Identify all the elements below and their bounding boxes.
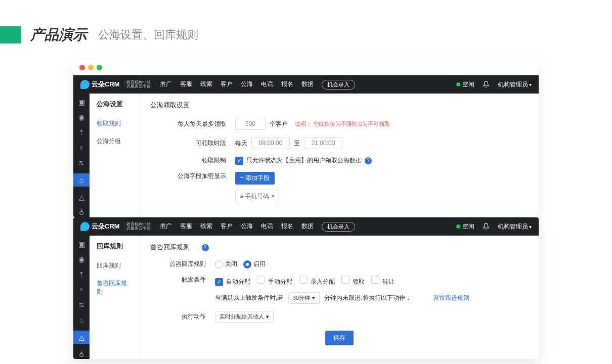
cb-manual[interactable] — [257, 276, 265, 284]
user-menu[interactable]: 机构管理员▾ — [498, 222, 532, 231]
unit-clients: 个客户 — [270, 120, 288, 128]
save-button[interactable]: 保存 — [325, 331, 354, 345]
mac-max-icon[interactable] — [97, 65, 102, 70]
cb-auto[interactable]: ✓ — [215, 278, 223, 286]
limit-text: 只允许状态为【启用】的用户领取公海数据 — [246, 156, 362, 165]
nav-item[interactable]: 报名 — [281, 80, 293, 89]
mac-close-icon[interactable] — [79, 65, 85, 70]
top-nav-2: 云朵CRM 教育机构一站 式服务云平台 推广 客服 线索 客户 公海 电话 报名… — [73, 217, 539, 236]
nav-pill-opportunity[interactable]: 机会录入 — [322, 222, 355, 232]
nav-menu: 推广 客服 线索 客户 公海 电话 报名 数据 机会录入 — [160, 80, 355, 89]
label-encrypt: 公海字段加密显示 — [150, 172, 226, 180]
chevron-down-icon: ▾ — [529, 82, 532, 87]
tag-phone-field[interactable]: ≡ 手机号码 × — [235, 190, 279, 203]
nav-item[interactable]: 推广 — [160, 80, 172, 89]
user-menu[interactable]: 机构管理员▾ — [498, 80, 532, 89]
recycle-icon[interactable]: △ — [73, 331, 90, 344]
brand-sub: 教育机构一站 式服务云平台 — [124, 80, 151, 88]
link-set-followup[interactable]: 设置跟进规则 — [433, 294, 469, 301]
nav-item[interactable]: 公海 — [241, 80, 253, 89]
nav-pill-opportunity[interactable]: 机会录入 — [322, 80, 355, 89]
chart-icon[interactable]: ⇡ — [77, 128, 86, 137]
nav-item[interactable]: 线索 — [200, 222, 212, 232]
dashboard-icon[interactable]: ▣ — [77, 240, 86, 249]
nav-item[interactable]: 公海 — [241, 222, 253, 232]
select-minutes[interactable]: 30分钟 ▾ — [288, 292, 320, 304]
slide-header: 产品演示 公海设置、回库规则 — [0, 0, 612, 44]
nav-item[interactable]: 客服 — [180, 80, 192, 89]
icon-sidebar: ▣ ◉ ⇡ ♀ ≋ ⌂ △ ♁ — [73, 94, 90, 217]
sidebar-item-first-consult[interactable]: 首咨回库规则 — [90, 275, 140, 301]
input-max-claim[interactable] — [235, 118, 266, 130]
nav-item[interactable]: 客户 — [221, 222, 233, 232]
logo-icon — [80, 80, 90, 89]
chevron-down-icon: ▾ — [312, 295, 315, 301]
sidebar-item-return-rules[interactable]: 回库规则 — [90, 257, 140, 275]
brand-logo[interactable]: 云朵CRM 教育机构一站 式服务云平台 — [80, 222, 151, 231]
user-icon[interactable]: ♀ — [77, 285, 86, 294]
nav-item[interactable]: 客服 — [180, 222, 192, 232]
label-time: 可领取时段 — [150, 139, 226, 148]
nav-item[interactable]: 电话 — [261, 222, 273, 232]
brand-logo[interactable]: 云朵CRM 教育机构一站 式服务云平台 — [80, 80, 151, 89]
person-icon[interactable]: ♁ — [77, 350, 86, 359]
mac-titlebar — [73, 60, 539, 75]
checkbox-enabled-only[interactable]: ✓ — [235, 157, 243, 165]
brand-sub2: 式服务云平台 — [126, 84, 151, 88]
help-icon[interactable]: ? — [202, 244, 209, 251]
layers-icon[interactable]: ≋ — [77, 300, 86, 309]
nav-item[interactable]: 推广 — [160, 222, 172, 232]
mac-min-icon[interactable] — [88, 65, 94, 70]
status-dot-icon — [456, 82, 460, 86]
status-idle[interactable]: 空闲 — [456, 222, 474, 231]
shield-icon[interactable]: ◉ — [77, 113, 86, 122]
sidebar-title: 公海设置 — [90, 94, 140, 115]
slide-title: 产品演示 — [30, 25, 87, 44]
add-field-button[interactable]: + 添加字段 — [235, 172, 275, 185]
nav-item[interactable]: 电话 — [261, 80, 273, 89]
icon-sidebar: ▣ ◉ ⇡ ♀ ≋ ⌂ △ ♁ — [73, 236, 90, 359]
shield-icon[interactable]: ◉ — [77, 255, 86, 264]
nav-item[interactable]: 报名 — [281, 222, 293, 232]
bell-icon[interactable] — [483, 223, 490, 230]
input-time-to[interactable] — [304, 137, 342, 149]
dashboard-icon[interactable]: ▣ — [77, 98, 86, 107]
chart-icon[interactable]: ⇡ — [77, 270, 86, 279]
help-icon[interactable]: ? — [365, 157, 372, 164]
time-prefix: 每天 — [235, 139, 247, 148]
cb-entry[interactable] — [299, 276, 308, 284]
content-area-2: 首咨回库规则 ? 首咨回库规则 关闭 启用 触发条件 ✓自动分配 手动分配 录入… — [140, 236, 539, 359]
window-1: 云朵CRM 教育机构一站 式服务云平台 推广 客服 线索 客户 公海 电话 报名… — [73, 60, 539, 217]
recycle-icon[interactable]: △ — [77, 193, 86, 202]
layers-icon[interactable]: ≋ — [77, 158, 86, 167]
label-action: 执行动作 — [150, 312, 206, 321]
label-rule: 首咨回库规则 — [150, 260, 206, 268]
person-icon[interactable]: ♁ — [77, 208, 86, 217]
sidebar-item-groups[interactable]: 公海分组 — [90, 132, 140, 150]
home-icon[interactable]: ⌂ — [77, 315, 86, 325]
input-time-from[interactable] — [251, 137, 290, 149]
logo-icon — [80, 222, 90, 231]
cb-transfer[interactable] — [371, 276, 379, 284]
status-idle[interactable]: 空闲 — [456, 80, 474, 89]
select-action[interactable]: 实时分配给其他人 ▾ — [215, 311, 274, 323]
home-icon[interactable]: ⌂ — [73, 173, 90, 187]
status-dot-icon — [456, 224, 460, 229]
label-max-claim: 每人每天最多领取 — [150, 120, 226, 128]
nav-item[interactable]: 数据 — [301, 222, 314, 232]
nav-item[interactable]: 数据 — [301, 80, 314, 89]
nav-item[interactable]: 客户 — [221, 80, 233, 89]
radio-off[interactable] — [215, 260, 223, 268]
radio-on[interactable] — [243, 260, 251, 268]
user-icon[interactable]: ♀ — [77, 143, 86, 152]
label-trigger: 触发条件 — [150, 276, 206, 284]
cb-claim[interactable] — [341, 276, 349, 284]
window-2: 云朵CRM 教育机构一站 式服务云平台 推广 客服 线索 客户 公海 电话 报名… — [73, 217, 539, 359]
radio-off-label: 关闭 — [225, 260, 237, 268]
nav-item[interactable]: 线索 — [200, 80, 212, 89]
cond-text1: 当满足以上触发条件时,若 — [215, 294, 283, 301]
sidebar-item-claim-rules[interactable]: 领取规则 — [90, 115, 140, 132]
chevron-down-icon: ▾ — [529, 224, 532, 230]
bell-icon[interactable] — [483, 81, 490, 88]
chevron-down-icon: ▾ — [266, 313, 269, 320]
